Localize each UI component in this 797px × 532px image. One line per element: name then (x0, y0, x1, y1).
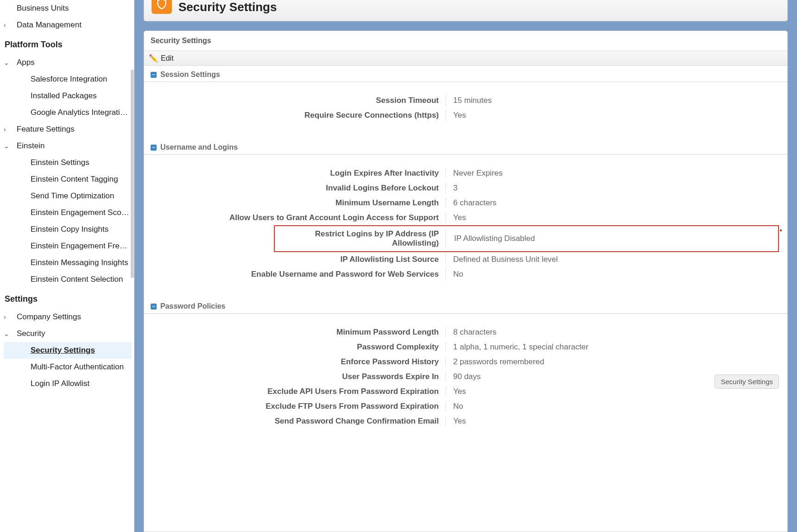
row-min-pw-length: Minimum Password Length 8 characters (153, 325, 778, 340)
setting-value: Yes (446, 387, 466, 396)
nav-label: Einstein Messaging Insights (31, 258, 128, 267)
nav-label: Send Time Optimization (31, 191, 114, 201)
setting-value: 3 (446, 184, 457, 193)
row-session-timeout: Session Timeout 15 minutes (153, 93, 778, 108)
setting-label: Restrict Logins by IP Address (IP Allowl… (275, 229, 445, 248)
nav-einstein-messaging-insights[interactable]: Einstein Messaging Insights (4, 254, 132, 271)
chevron-right-icon: › (4, 313, 17, 321)
nav-salesforce-integration[interactable]: Salesforce Integration (4, 71, 132, 88)
row-ip-source: IP Allowlisting List Source Defined at B… (153, 252, 778, 267)
setting-value: 90 days (446, 372, 481, 381)
nav-label: Apps (17, 58, 35, 67)
row-invalid-logins: Invalid Logins Before Lockout 3 (153, 181, 778, 196)
settings-panel: Security Settings ✏️ Edit − Session Sett… (144, 31, 788, 532)
nav-label: Salesforce Integration (31, 75, 107, 84)
edit-label: Edit (161, 54, 174, 63)
tooltip-popover: Security Settings (715, 374, 779, 389)
nav-einstein-content-tagging[interactable]: Einstein Content Tagging (4, 171, 132, 188)
nav-apps[interactable]: ⌄ Apps (4, 54, 132, 71)
nav-business-units[interactable]: Business Units (4, 0, 132, 17)
section-title: Username and Logins (160, 143, 238, 152)
setting-label: Login Expires After Inactivity (153, 169, 445, 178)
nav-label: Installed Packages (31, 91, 97, 101)
nav-label: Multi-Factor Authentication (31, 362, 124, 372)
session-body: Session Timeout 15 minutes Require Secur… (144, 82, 787, 139)
row-exclude-ftp: Exclude FTP Users From Password Expirati… (153, 399, 778, 414)
nav-label: Einstein (17, 141, 44, 151)
setting-value: Defined at Business Unit level (446, 255, 558, 264)
nav-label: Business Units (17, 4, 69, 13)
setting-label: Send Password Change Confirmation Email (153, 417, 445, 426)
setting-value: Yes (446, 213, 466, 222)
setting-value: 2 passwords remembered (446, 357, 544, 367)
row-pw-change-email: Send Password Change Confirmation Email … (153, 414, 778, 429)
setting-label: Minimum Username Length (153, 198, 445, 208)
panel-title: Security Settings (144, 31, 787, 51)
nav-group-settings: Settings (4, 288, 132, 309)
nav-einstein-engagement-score[interactable]: Einstein Engagement Scor… (4, 204, 132, 221)
nav-send-time-optimization[interactable]: Send Time Optimization (4, 188, 132, 204)
setting-label: Require Secure Connections (https) (153, 111, 445, 120)
section-session-settings[interactable]: − Session Settings (144, 66, 787, 82)
nav-einstein-content-selection[interactable]: Einstein Content Selection (4, 271, 132, 288)
nav-security-settings[interactable]: Security Settings (4, 342, 132, 359)
section-title: Session Settings (160, 70, 220, 79)
nav-label: Company Settings (17, 312, 81, 322)
nav-installed-packages[interactable]: Installed Packages (4, 88, 132, 104)
nav-login-ip-allowlist[interactable]: Login IP Allowlist (4, 375, 132, 392)
setting-label: Invalid Logins Before Lockout (153, 184, 445, 193)
nav-einstein-copy-insights[interactable]: Einstein Copy Insights (4, 221, 132, 238)
setting-value: 8 characters (446, 328, 497, 337)
row-exclude-api: Exclude API Users From Password Expirati… (153, 384, 778, 399)
row-login-expires: Login Expires After Inactivity Never Exp… (153, 166, 778, 181)
setting-label: Enable Username and Password for Web Ser… (153, 270, 445, 279)
setting-label: User Passwords Expire In (153, 372, 445, 381)
nav-einstein-settings[interactable]: Einstein Settings (4, 154, 132, 171)
setting-value: 6 characters (446, 198, 497, 208)
nav-company-settings[interactable]: › Company Settings (4, 309, 132, 325)
nav-data-management[interactable]: › Data Management (4, 17, 132, 33)
chevron-right-icon: › (4, 21, 17, 29)
nav-google-analytics[interactable]: Google Analytics Integrati… (4, 104, 132, 121)
row-pw-history: Enforce Password History 2 passwords rem… (153, 355, 778, 369)
sidebar: Business Units › Data Management Platfor… (0, 0, 134, 532)
nav-label: Einstein Content Tagging (31, 175, 118, 184)
section-password-policies[interactable]: − Password Policies (144, 298, 787, 314)
nav-label: Google Analytics Integrati… (31, 108, 128, 117)
scrollbar-thumb[interactable] (131, 70, 134, 278)
main-content: Security Settings Security Settings ✏️ E… (134, 0, 797, 532)
row-pw-complexity: Password Complexity 1 alpha, 1 numeric, … (153, 340, 778, 355)
username-body: Login Expires After Inactivity Never Exp… (144, 155, 787, 298)
nav-feature-settings[interactable]: › Feature Settings (4, 121, 132, 138)
nav-mfa[interactable]: Multi-Factor Authentication (4, 359, 132, 375)
row-restrict-ip: Restrict Logins by IP Address (IP Allowl… (275, 227, 778, 250)
section-title: Password Policies (160, 302, 226, 310)
setting-value: IP Allowlisting Disabled (446, 234, 535, 243)
chevron-down-icon: ⌄ (4, 330, 17, 337)
annotation-dot (780, 229, 782, 231)
minus-icon: − (151, 145, 157, 151)
nav-label: Einstein Copy Insights (31, 225, 108, 234)
setting-value: No (446, 402, 463, 411)
nav-label: Data Management (17, 20, 82, 30)
nav-einstein-engagement-freq[interactable]: Einstein Engagement Freq… (4, 238, 132, 254)
nav-label: Security (17, 329, 45, 338)
nav-label: Einstein Engagement Scor… (31, 208, 130, 217)
nav-security[interactable]: ⌄ Security (4, 325, 132, 342)
tooltip-text: Security Settings (715, 374, 779, 389)
password-body: Security Settings Minimum Password Lengt… (144, 314, 787, 444)
edit-button[interactable]: ✏️ Edit (144, 51, 787, 66)
setting-value: 15 minutes (446, 96, 492, 105)
setting-value: Yes (446, 417, 466, 426)
page-header: Security Settings (144, 0, 788, 21)
nav-einstein[interactable]: ⌄ Einstein (4, 138, 132, 154)
section-username-logins[interactable]: − Username and Logins (144, 139, 787, 155)
setting-label: Enforce Password History (153, 357, 445, 367)
row-secure-connections: Require Secure Connections (https) Yes (153, 108, 778, 123)
nav-label: Einstein Engagement Freq… (31, 241, 130, 251)
chevron-right-icon: › (4, 126, 17, 133)
shield-icon (152, 0, 172, 14)
page-title: Security Settings (178, 0, 277, 14)
setting-value: No (446, 270, 463, 279)
chevron-down-icon: ⌄ (4, 59, 17, 66)
